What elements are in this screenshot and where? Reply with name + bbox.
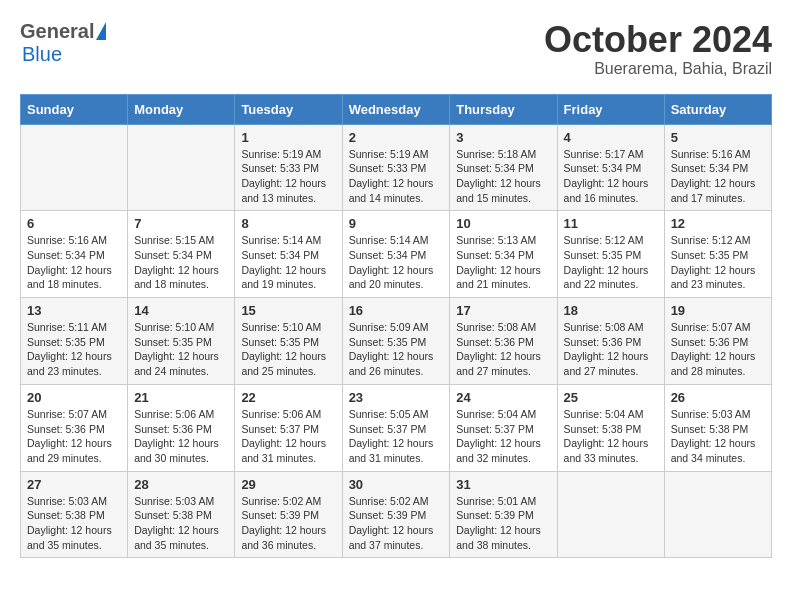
day-info: Sunrise: 5:15 AM Sunset: 5:34 PM Dayligh…: [134, 233, 228, 292]
day-cell: 23Sunrise: 5:05 AM Sunset: 5:37 PM Dayli…: [342, 384, 450, 471]
week-row-5: 27Sunrise: 5:03 AM Sunset: 5:38 PM Dayli…: [21, 471, 772, 558]
day-number: 10: [456, 216, 550, 231]
day-cell: 30Sunrise: 5:02 AM Sunset: 5:39 PM Dayli…: [342, 471, 450, 558]
day-number: 17: [456, 303, 550, 318]
day-cell: 12Sunrise: 5:12 AM Sunset: 5:35 PM Dayli…: [664, 211, 771, 298]
day-cell: 21Sunrise: 5:06 AM Sunset: 5:36 PM Dayli…: [128, 384, 235, 471]
day-cell: 10Sunrise: 5:13 AM Sunset: 5:34 PM Dayli…: [450, 211, 557, 298]
day-info: Sunrise: 5:14 AM Sunset: 5:34 PM Dayligh…: [241, 233, 335, 292]
day-cell: 29Sunrise: 5:02 AM Sunset: 5:39 PM Dayli…: [235, 471, 342, 558]
day-cell: 9Sunrise: 5:14 AM Sunset: 5:34 PM Daylig…: [342, 211, 450, 298]
calendar-header: SundayMondayTuesdayWednesdayThursdayFrid…: [21, 94, 772, 124]
day-number: 19: [671, 303, 765, 318]
day-number: 28: [134, 477, 228, 492]
day-info: Sunrise: 5:12 AM Sunset: 5:35 PM Dayligh…: [671, 233, 765, 292]
logo-general: General: [20, 20, 94, 43]
day-cell: 17Sunrise: 5:08 AM Sunset: 5:36 PM Dayli…: [450, 298, 557, 385]
day-info: Sunrise: 5:05 AM Sunset: 5:37 PM Dayligh…: [349, 407, 444, 466]
day-cell: 1Sunrise: 5:19 AM Sunset: 5:33 PM Daylig…: [235, 124, 342, 211]
day-info: Sunrise: 5:01 AM Sunset: 5:39 PM Dayligh…: [456, 494, 550, 553]
day-number: 22: [241, 390, 335, 405]
calendar-body: 1Sunrise: 5:19 AM Sunset: 5:33 PM Daylig…: [21, 124, 772, 558]
day-cell: 25Sunrise: 5:04 AM Sunset: 5:38 PM Dayli…: [557, 384, 664, 471]
day-cell: 8Sunrise: 5:14 AM Sunset: 5:34 PM Daylig…: [235, 211, 342, 298]
day-number: 21: [134, 390, 228, 405]
day-info: Sunrise: 5:10 AM Sunset: 5:35 PM Dayligh…: [134, 320, 228, 379]
header-cell-thursday: Thursday: [450, 94, 557, 124]
day-info: Sunrise: 5:08 AM Sunset: 5:36 PM Dayligh…: [456, 320, 550, 379]
day-cell: [128, 124, 235, 211]
calendar-table: SundayMondayTuesdayWednesdayThursdayFrid…: [20, 94, 772, 559]
day-number: 8: [241, 216, 335, 231]
logo-icon: [96, 22, 106, 40]
day-info: Sunrise: 5:19 AM Sunset: 5:33 PM Dayligh…: [241, 147, 335, 206]
day-number: 7: [134, 216, 228, 231]
title-block: October 2024 Buerarema, Bahia, Brazil: [544, 20, 772, 78]
page-header: General Blue October 2024 Buerarema, Bah…: [20, 20, 772, 78]
day-cell: 18Sunrise: 5:08 AM Sunset: 5:36 PM Dayli…: [557, 298, 664, 385]
day-info: Sunrise: 5:07 AM Sunset: 5:36 PM Dayligh…: [671, 320, 765, 379]
day-cell: 22Sunrise: 5:06 AM Sunset: 5:37 PM Dayli…: [235, 384, 342, 471]
day-cell: 11Sunrise: 5:12 AM Sunset: 5:35 PM Dayli…: [557, 211, 664, 298]
week-row-2: 6Sunrise: 5:16 AM Sunset: 5:34 PM Daylig…: [21, 211, 772, 298]
day-number: 30: [349, 477, 444, 492]
day-number: 3: [456, 130, 550, 145]
week-row-1: 1Sunrise: 5:19 AM Sunset: 5:33 PM Daylig…: [21, 124, 772, 211]
day-info: Sunrise: 5:13 AM Sunset: 5:34 PM Dayligh…: [456, 233, 550, 292]
day-number: 14: [134, 303, 228, 318]
day-cell: 5Sunrise: 5:16 AM Sunset: 5:34 PM Daylig…: [664, 124, 771, 211]
day-number: 11: [564, 216, 658, 231]
day-cell: 16Sunrise: 5:09 AM Sunset: 5:35 PM Dayli…: [342, 298, 450, 385]
day-cell: 27Sunrise: 5:03 AM Sunset: 5:38 PM Dayli…: [21, 471, 128, 558]
day-number: 13: [27, 303, 121, 318]
day-info: Sunrise: 5:07 AM Sunset: 5:36 PM Dayligh…: [27, 407, 121, 466]
day-number: 27: [27, 477, 121, 492]
day-cell: 31Sunrise: 5:01 AM Sunset: 5:39 PM Dayli…: [450, 471, 557, 558]
day-cell: 20Sunrise: 5:07 AM Sunset: 5:36 PM Dayli…: [21, 384, 128, 471]
day-number: 9: [349, 216, 444, 231]
day-cell: [21, 124, 128, 211]
day-info: Sunrise: 5:04 AM Sunset: 5:37 PM Dayligh…: [456, 407, 550, 466]
day-cell: 6Sunrise: 5:16 AM Sunset: 5:34 PM Daylig…: [21, 211, 128, 298]
day-number: 25: [564, 390, 658, 405]
logo-text: General: [20, 20, 106, 43]
day-info: Sunrise: 5:06 AM Sunset: 5:36 PM Dayligh…: [134, 407, 228, 466]
location-subtitle: Buerarema, Bahia, Brazil: [544, 60, 772, 78]
day-info: Sunrise: 5:06 AM Sunset: 5:37 PM Dayligh…: [241, 407, 335, 466]
day-info: Sunrise: 5:18 AM Sunset: 5:34 PM Dayligh…: [456, 147, 550, 206]
header-cell-wednesday: Wednesday: [342, 94, 450, 124]
day-cell: [557, 471, 664, 558]
day-number: 4: [564, 130, 658, 145]
day-info: Sunrise: 5:12 AM Sunset: 5:35 PM Dayligh…: [564, 233, 658, 292]
day-number: 20: [27, 390, 121, 405]
day-cell: 2Sunrise: 5:19 AM Sunset: 5:33 PM Daylig…: [342, 124, 450, 211]
day-number: 16: [349, 303, 444, 318]
day-cell: 28Sunrise: 5:03 AM Sunset: 5:38 PM Dayli…: [128, 471, 235, 558]
day-info: Sunrise: 5:03 AM Sunset: 5:38 PM Dayligh…: [134, 494, 228, 553]
day-cell: 14Sunrise: 5:10 AM Sunset: 5:35 PM Dayli…: [128, 298, 235, 385]
day-cell: 13Sunrise: 5:11 AM Sunset: 5:35 PM Dayli…: [21, 298, 128, 385]
day-info: Sunrise: 5:14 AM Sunset: 5:34 PM Dayligh…: [349, 233, 444, 292]
day-info: Sunrise: 5:11 AM Sunset: 5:35 PM Dayligh…: [27, 320, 121, 379]
day-number: 26: [671, 390, 765, 405]
day-cell: 15Sunrise: 5:10 AM Sunset: 5:35 PM Dayli…: [235, 298, 342, 385]
day-number: 2: [349, 130, 444, 145]
day-cell: 26Sunrise: 5:03 AM Sunset: 5:38 PM Dayli…: [664, 384, 771, 471]
day-number: 1: [241, 130, 335, 145]
day-cell: 7Sunrise: 5:15 AM Sunset: 5:34 PM Daylig…: [128, 211, 235, 298]
day-number: 6: [27, 216, 121, 231]
week-row-4: 20Sunrise: 5:07 AM Sunset: 5:36 PM Dayli…: [21, 384, 772, 471]
day-number: 18: [564, 303, 658, 318]
day-cell: 4Sunrise: 5:17 AM Sunset: 5:34 PM Daylig…: [557, 124, 664, 211]
month-title: October 2024: [544, 20, 772, 60]
day-cell: 24Sunrise: 5:04 AM Sunset: 5:37 PM Dayli…: [450, 384, 557, 471]
header-cell-friday: Friday: [557, 94, 664, 124]
day-number: 24: [456, 390, 550, 405]
day-cell: [664, 471, 771, 558]
header-cell-saturday: Saturday: [664, 94, 771, 124]
header-cell-monday: Monday: [128, 94, 235, 124]
day-number: 23: [349, 390, 444, 405]
day-info: Sunrise: 5:02 AM Sunset: 5:39 PM Dayligh…: [241, 494, 335, 553]
day-info: Sunrise: 5:16 AM Sunset: 5:34 PM Dayligh…: [671, 147, 765, 206]
day-info: Sunrise: 5:03 AM Sunset: 5:38 PM Dayligh…: [671, 407, 765, 466]
